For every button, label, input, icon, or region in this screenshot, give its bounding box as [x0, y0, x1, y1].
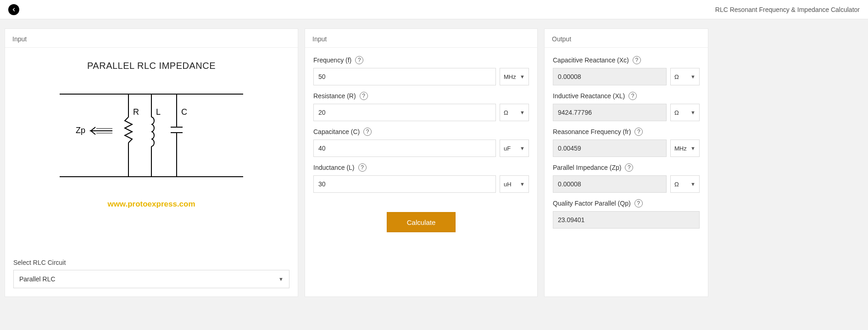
field-resistance: Resistance (R) ? Ω ▼: [313, 92, 529, 121]
chevron-down-icon: ▼: [278, 276, 284, 282]
unit-frequency[interactable]: MHz ▼: [500, 68, 529, 85]
unit-zp-value: Ω: [674, 181, 679, 188]
select-circuit[interactable]: Parallel RLC ▼: [13, 270, 289, 288]
panel-circuit: Input PARALLEL RLC IMPEDANCE R L: [5, 28, 298, 297]
diagram-wrap: PARALLEL RLC IMPEDANCE R L: [13, 56, 289, 254]
output-xc: 0.00008: [553, 68, 667, 85]
output-zp: 0.00008: [553, 175, 667, 193]
label-frequency: Frequency (f): [313, 56, 351, 64]
input-resistance[interactable]: [313, 104, 496, 121]
label-r: R: [133, 107, 139, 117]
field-inductance: Inductance (L) ? uH ▼: [313, 163, 529, 193]
help-icon[interactable]: ?: [634, 199, 643, 207]
label-resistance: Resistance (R): [313, 92, 356, 100]
field-capacitance: Capacitance (C) ? uF ▼: [313, 128, 529, 157]
rlc-diagram: R L C Zp: [50, 85, 252, 186]
help-icon[interactable]: ?: [363, 128, 372, 136]
unit-fr-value: MHz: [674, 145, 687, 152]
unit-capacitance[interactable]: uF ▼: [500, 140, 529, 157]
unit-frequency-value: MHz: [504, 73, 516, 80]
chevron-down-icon: ▼: [690, 181, 696, 187]
output-fr: 0.00459: [553, 140, 667, 157]
unit-xc[interactable]: Ω ▼: [670, 68, 700, 85]
chevron-down-icon: ▼: [690, 145, 696, 151]
help-icon[interactable]: ?: [629, 92, 637, 100]
label-zp-out: Parallel Impedance (Zp): [553, 164, 621, 171]
chevron-down-icon: ▼: [520, 181, 525, 187]
watermark: www.protoexpress.com: [107, 200, 195, 209]
help-icon[interactable]: ?: [625, 163, 633, 172]
panel-inputs: Input Frequency (f) ? MHz ▼ Resistance (: [305, 28, 538, 297]
diagram-heading: PARALLEL RLC IMPEDANCE: [87, 61, 216, 71]
field-fr: Reasonance Frequency (fr) ? 0.00459 MHz …: [553, 128, 700, 157]
field-zp: Parallel Impedance (Zp) ? 0.00008 Ω ▼: [553, 163, 700, 193]
back-button[interactable]: [8, 4, 19, 15]
topbar: RLC Resonant Frequency & Impedance Calcu…: [0, 0, 868, 19]
help-icon[interactable]: ?: [633, 56, 641, 64]
unit-inductance[interactable]: uH ▼: [500, 175, 529, 193]
help-icon[interactable]: ?: [634, 128, 643, 136]
field-qp: Quality Factor Parallel (Qp) ? 23.09401: [553, 199, 700, 229]
chevron-down-icon: ▼: [520, 74, 525, 79]
unit-inductance-value: uH: [504, 181, 512, 188]
chevron-down-icon: ▼: [690, 110, 696, 115]
unit-fr[interactable]: MHz ▼: [670, 140, 700, 157]
field-xc: Capacitive Reactance (Xc) ? 0.00008 Ω ▼: [553, 56, 700, 85]
page-title: RLC Resonant Frequency & Impedance Calcu…: [715, 6, 860, 13]
chevron-down-icon: ▼: [520, 145, 525, 151]
panel-body-right: Capacitive Reactance (Xc) ? 0.00008 Ω ▼ …: [545, 48, 708, 296]
chevron-down-icon: ▼: [520, 110, 525, 115]
field-xl: Inductive Reactance (XL) ? 9424.77796 Ω …: [553, 92, 700, 121]
unit-xl-value: Ω: [674, 109, 679, 116]
field-frequency: Frequency (f) ? MHz ▼: [313, 56, 529, 85]
label-zp: Zp: [76, 126, 85, 135]
panel-title-left: Input: [5, 29, 298, 48]
help-icon[interactable]: ?: [358, 163, 367, 172]
output-xl: 9424.77796: [553, 104, 667, 121]
input-inductance[interactable]: [313, 175, 496, 193]
select-circuit-value: Parallel RLC: [19, 275, 56, 283]
panel-body-left: PARALLEL RLC IMPEDANCE R L: [5, 48, 298, 296]
panel-body-mid: Frequency (f) ? MHz ▼ Resistance (R) ?: [305, 48, 537, 296]
panel-title-right: Output: [545, 29, 708, 48]
label-fr: Reasonance Frequency (fr): [553, 128, 631, 135]
label-qp: Quality Factor Parallel (Qp): [553, 200, 631, 207]
chevron-down-icon: ▼: [690, 74, 696, 79]
label-xl: Inductive Reactance (XL): [553, 92, 625, 100]
output-qp: 23.09401: [553, 211, 700, 229]
label-xc: Capacitive Reactance (Xc): [553, 56, 629, 64]
calculate-button[interactable]: Calculate: [387, 212, 456, 232]
unit-resistance[interactable]: Ω ▼: [500, 104, 529, 121]
unit-xc-value: Ω: [674, 73, 679, 80]
label-inductance: Inductance (L): [313, 164, 355, 171]
input-capacitance[interactable]: [313, 140, 496, 157]
help-icon[interactable]: ?: [355, 56, 363, 64]
unit-xl[interactable]: Ω ▼: [670, 104, 700, 121]
select-circuit-label: Select RLC Circuit: [13, 259, 289, 266]
content: Input PARALLEL RLC IMPEDANCE R L: [0, 19, 868, 302]
label-c: C: [181, 107, 187, 117]
unit-zp[interactable]: Ω ▼: [670, 175, 700, 193]
arrow-left-icon: [11, 7, 17, 12]
label-l: L: [156, 107, 161, 117]
unit-capacitance-value: uF: [504, 145, 511, 152]
panel-title-mid: Input: [305, 29, 537, 48]
panel-outputs: Output Capacitive Reactance (Xc) ? 0.000…: [544, 28, 708, 297]
help-icon[interactable]: ?: [360, 92, 368, 100]
input-frequency[interactable]: [313, 68, 496, 85]
label-capacitance: Capacitance (C): [313, 128, 360, 135]
unit-resistance-value: Ω: [504, 109, 508, 116]
